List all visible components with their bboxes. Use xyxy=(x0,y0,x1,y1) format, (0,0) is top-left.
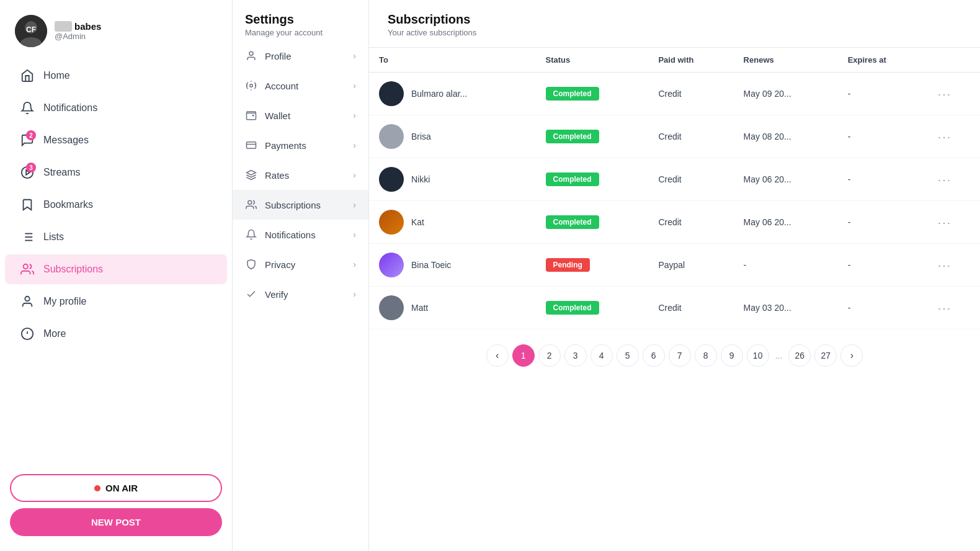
status-badge: Completed xyxy=(546,215,599,229)
settings-menu-item-privacy[interactable]: Privacy › xyxy=(233,249,368,279)
username: ----babes xyxy=(55,21,101,32)
on-air-dot xyxy=(94,485,100,491)
pagination-page-9[interactable]: 9 xyxy=(721,344,743,367)
status-badge: Completed xyxy=(546,301,599,315)
subscriptions-header: Subscriptions Your active subscriptions xyxy=(369,0,980,48)
pagination-next[interactable]: › xyxy=(840,344,863,367)
nav-item-messages[interactable]: Messages 2 xyxy=(5,125,227,155)
nav-item-home[interactable]: Home xyxy=(5,61,227,91)
row-action-dots[interactable]: ··· xyxy=(938,87,952,101)
people-icon xyxy=(245,199,257,211)
shield-icon xyxy=(245,258,257,271)
pagination-page-10[interactable]: 10 xyxy=(747,344,769,367)
settings-menu-label-verify: Verify xyxy=(265,289,288,300)
svg-rect-19 xyxy=(247,113,256,120)
pagination: ‹ 1 2 3 4 5 6 7 8 9 10 ... 26 27 › xyxy=(369,329,980,382)
pagination-page-2[interactable]: 2 xyxy=(538,344,561,367)
expires-cell: - xyxy=(838,201,928,244)
table-row: Matt Completed Credit May 03 20... - ··· xyxy=(369,287,980,329)
row-action-dots[interactable]: ··· xyxy=(938,130,952,143)
nav-item-bookmarks[interactable]: Bookmarks xyxy=(5,190,227,220)
settings-menu-item-account[interactable]: Account › xyxy=(233,71,368,101)
settings-title: Settings xyxy=(245,12,356,27)
svg-rect-20 xyxy=(247,142,256,149)
pagination-page-3[interactable]: 3 xyxy=(564,344,587,367)
sub-name: Bulmaro alar... xyxy=(411,89,467,99)
table-row: Bina Toeic Pending Paypal - - ··· xyxy=(369,244,980,287)
chevron-right-icon: › xyxy=(353,110,356,120)
paid-with-cell: Credit xyxy=(648,115,733,158)
chevron-right-icon: › xyxy=(353,51,356,61)
col-actions xyxy=(928,48,980,73)
settings-menu-item-subscriptions[interactable]: Subscriptions › xyxy=(233,190,368,220)
pagination-page-6[interactable]: 6 xyxy=(643,344,665,367)
pagination-page-26[interactable]: 26 xyxy=(788,344,811,367)
nav-item-subscriptions[interactable]: Subscriptions xyxy=(5,254,227,284)
pagination-page-7[interactable]: 7 xyxy=(669,344,691,367)
sub-name: Matt xyxy=(411,303,428,313)
row-action-dots[interactable]: ··· xyxy=(938,215,952,229)
sub-name: Brisa xyxy=(411,132,431,141)
chevron-right-icon: › xyxy=(353,170,356,180)
nav-label-messages: Messages xyxy=(43,135,89,146)
avatar: CF xyxy=(15,15,47,47)
on-air-button[interactable]: ON AIR xyxy=(10,474,222,502)
settings-menu-label-payments: Payments xyxy=(265,140,306,151)
wallet-icon xyxy=(245,109,257,122)
settings-menu-item-notifications[interactable]: Notifications › xyxy=(233,220,368,249)
nav-label-more: More xyxy=(43,328,66,339)
user-info: ----babes @Admin xyxy=(55,21,101,41)
nav-label-streams: Streams xyxy=(43,167,81,178)
pagination-page-1[interactable]: 1 xyxy=(512,344,535,367)
expires-cell: - xyxy=(838,158,928,201)
pagination-page-5[interactable]: 5 xyxy=(617,344,639,367)
nav-label-notifications: Notifications xyxy=(43,102,97,114)
settings-subtitle: Manage your account xyxy=(245,28,356,37)
renews-cell: May 09 20... xyxy=(734,73,838,115)
settings-menu-item-payments[interactable]: Payments › xyxy=(233,130,368,160)
nav-label-my-profile: My profile xyxy=(43,296,86,307)
chevron-right-icon: › xyxy=(353,81,356,91)
chevron-right-icon: › xyxy=(353,140,356,150)
nav-label-subscriptions: Subscriptions xyxy=(43,264,103,275)
status-badge: Completed xyxy=(546,130,599,143)
pagination-page-8[interactable]: 8 xyxy=(695,344,717,367)
pagination-page-27[interactable]: 27 xyxy=(814,344,837,367)
row-action-dots[interactable]: ··· xyxy=(938,258,952,272)
settings-menu-label-profile: Profile xyxy=(265,51,292,61)
nav-item-my-profile[interactable]: My profile xyxy=(5,287,227,316)
user-profile-section: CF ----babes @Admin xyxy=(0,10,232,60)
status-badge: Completed xyxy=(546,172,599,186)
nav-item-notifications[interactable]: Notifications xyxy=(5,93,227,123)
card-icon xyxy=(245,139,257,151)
paid-with-cell: Credit xyxy=(648,158,733,201)
table-row: Nikki Completed Credit May 06 20... - ··… xyxy=(369,158,980,201)
streams-badge: 3 xyxy=(26,163,36,172)
lists-icon xyxy=(20,230,35,244)
table-row: Bulmaro alar... Completed Credit May 09 … xyxy=(369,73,980,115)
settings-menu-item-rates[interactable]: Rates › xyxy=(233,160,368,190)
row-action-dots[interactable]: ··· xyxy=(938,172,952,186)
paid-with-cell: Paypal xyxy=(648,244,733,287)
svg-point-12 xyxy=(24,264,28,269)
nav-item-streams[interactable]: Streams 3 xyxy=(5,158,227,187)
user-role: @Admin xyxy=(55,32,101,41)
svg-point-13 xyxy=(25,297,29,301)
chevron-right-icon: › xyxy=(353,200,356,210)
settings-menu-item-profile[interactable]: Profile › xyxy=(233,41,368,71)
pagination-prev[interactable]: ‹ xyxy=(486,344,509,367)
chevron-right-icon: › xyxy=(353,259,356,269)
nav-item-more[interactable]: More xyxy=(5,319,227,349)
settings-menu-item-verify[interactable]: Verify › xyxy=(233,279,368,309)
expires-cell: - xyxy=(838,115,928,158)
table-row: Kat Completed Credit May 06 20... - ··· xyxy=(369,201,980,244)
pagination-page-4[interactable]: 4 xyxy=(590,344,613,367)
row-action-dots[interactable]: ··· xyxy=(938,301,952,315)
new-post-button[interactable]: NEW POST xyxy=(10,508,222,536)
settings-menu-item-wallet[interactable]: Wallet › xyxy=(233,101,368,130)
nav-item-lists[interactable]: Lists xyxy=(5,222,227,252)
sub-avatar xyxy=(379,210,404,235)
paid-with-cell: Credit xyxy=(648,287,733,329)
bookmark-icon xyxy=(20,197,35,212)
col-expires: Expires at xyxy=(838,48,928,73)
